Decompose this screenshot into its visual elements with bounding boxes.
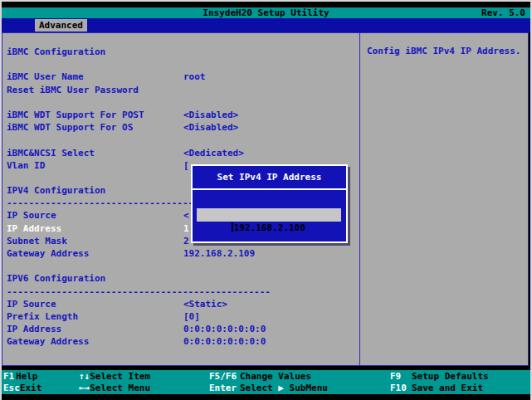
key-name: Esc (3, 383, 20, 394)
setting-value: <Disabled> (183, 121, 238, 134)
section-heading-label: IPV6 Configuration (7, 273, 105, 284)
key-action-label: Change Values (240, 371, 311, 382)
key-name: F1 (3, 371, 16, 383)
settings-row[interactable]: IP Source<Static> (2, 298, 359, 310)
blank-row (2, 96, 359, 109)
settings-row[interactable]: iBMC WDT Support For OS<Disabled> (2, 121, 359, 134)
help-bar-row: EscExit←→Select MenuEnterSelect ▶ SubMen… (2, 383, 530, 394)
setting-value: 1 (183, 222, 189, 235)
help-pane: Config iBMC IPv4 IP Address. (360, 33, 528, 365)
setting-label: Reset iBMC User Password (7, 85, 139, 95)
settings-row[interactable]: Gateway Address192.168.2.109 (2, 247, 359, 260)
dialog-title: Set IPv4 IP Address (193, 166, 346, 190)
setting-value: 192.168.2.109 (183, 247, 255, 260)
key-action-label: Select Menu (90, 383, 150, 393)
settings-row[interactable]: iBMC WDT Support For POST<Disabled> (2, 109, 359, 121)
setting-value: root (183, 71, 206, 83)
setting-value: <Static> (183, 298, 227, 310)
help-bar-row: F1Help↑↓Select ItemF5/F6Change ValuesF9S… (2, 371, 530, 383)
item-help-text: Config iBMC IPv4 IP Address. (367, 46, 521, 56)
settings-row[interactable]: iBMC&NCSI Select<Dedicated> (2, 147, 359, 159)
ipv4-dialog: Set IPv4 IP Address 192.168.2.100 (191, 164, 348, 243)
setting-value: < (183, 209, 189, 222)
blank-row (2, 134, 359, 146)
setting-value: <Disabled> (183, 109, 238, 121)
setting-value: 0:0:0:0:0:0:0:0 (183, 323, 266, 335)
key-name: Enter (209, 383, 240, 394)
setting-label: IP Source (7, 210, 56, 221)
key-hint: ↑↓Select Item (79, 371, 150, 383)
ipv4-address-input[interactable]: 192.168.2.100 (197, 208, 341, 222)
settings-row[interactable]: IP Address0:0:0:0:0:0:0:0 (2, 323, 359, 335)
section-heading: iBMC Configuration (2, 46, 359, 58)
key-hint: EnterSelect ▶ SubMenu (209, 383, 328, 394)
setting-label: iBMC WDT Support For OS (7, 122, 133, 133)
text-cursor (232, 222, 233, 232)
section-separator: ----------------------------------------… (2, 285, 359, 298)
key-name: F5/F6 (209, 371, 240, 383)
key-action-label: Help (16, 371, 38, 382)
setting-value: [0] (183, 310, 200, 323)
key-hint: F5/F6Change Values (209, 371, 311, 383)
setting-label: iBMC WDT Support For POST (7, 110, 144, 120)
key-name: F10 (390, 383, 412, 394)
key-name: F9 (390, 371, 412, 383)
setting-label: IP Source (7, 299, 56, 310)
key-action-label: Select ▶ SubMenu (240, 383, 328, 393)
key-hint: EscExit (3, 383, 41, 394)
setting-label: iBMC&NCSI Select (7, 148, 95, 159)
ipv4-address-value: 192.168.2.100 (234, 222, 305, 233)
key-hint: F1Help (3, 371, 38, 383)
setting-label: Gateway Address (7, 336, 89, 347)
section-heading-label: iBMC Configuration (7, 46, 105, 57)
settings-row[interactable]: Gateway Address0:0:0:0:0:0:0:0 (2, 335, 359, 348)
titlebar: InsydeH20 Setup Utility Rev. 5.0 (2, 7, 530, 18)
setting-label: Prefix Length (7, 311, 78, 322)
key-name: ↑↓ (79, 371, 90, 383)
app-title: InsydeH20 Setup Utility (2, 7, 530, 18)
setting-label: Gateway Address (7, 248, 89, 259)
key-action-label: Exit (20, 383, 42, 393)
key-hint: F9Setup Defaults (390, 371, 489, 383)
help-bar: F1Help↑↓Select ItemF5/F6Change ValuesF9S… (2, 370, 530, 394)
tab-advanced[interactable]: Advanced (35, 19, 87, 32)
setting-label: iBMC User Name (7, 71, 84, 82)
settings-row[interactable]: Reset iBMC User Password (2, 84, 359, 96)
key-name: ←→ (79, 383, 90, 394)
setting-label: Subnet Mask (7, 236, 67, 246)
settings-row[interactable]: Prefix Length[0] (2, 310, 359, 323)
setting-value: [ (183, 159, 189, 172)
setting-label: IP Address (7, 223, 61, 234)
section-heading-label: IPV4 Configuration (7, 185, 105, 196)
key-action-label: Setup Defaults (412, 371, 489, 382)
blank-row (2, 260, 359, 272)
setting-value: 2 (183, 235, 189, 247)
settings-row[interactable]: iBMC User Nameroot (2, 71, 359, 83)
setting-label: Vlan ID (7, 160, 45, 171)
setting-value: 0:0:0:0:0:0:0:0 (183, 335, 266, 348)
submenu-arrow-icon: ▶ (278, 383, 284, 393)
key-hint: F10Save and Exit (390, 383, 483, 394)
key-action-label: Select Item (90, 371, 150, 382)
bios-screen: InsydeH20 Setup Utility Rev. 5.0 Advance… (0, 0, 532, 400)
revision-label: Rev. 5.0 (481, 7, 525, 18)
setting-value: <Dedicated> (183, 147, 244, 159)
key-action-label: Save and Exit (412, 383, 483, 393)
blank-row (2, 58, 359, 71)
setting-label: IP Address (7, 324, 61, 334)
menubar: Advanced (2, 18, 530, 32)
section-heading: IPV6 Configuration (2, 272, 359, 285)
key-hint: ←→Select Menu (79, 383, 150, 394)
